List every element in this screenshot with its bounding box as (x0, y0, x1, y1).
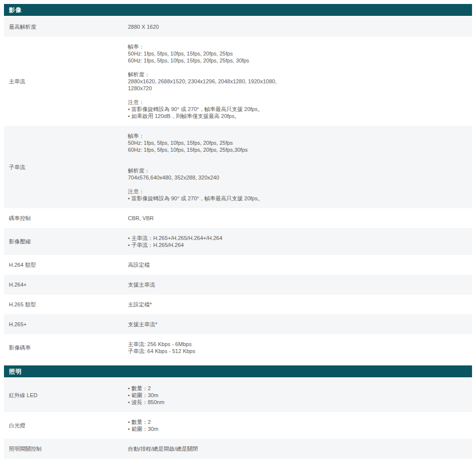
spec-value-line: 解析度： (128, 71, 467, 78)
spec-label: 主串流 (4, 37, 128, 126)
spec-value-line: 2880 X 1620 (128, 23, 467, 30)
spec-value-line: • 數量：2 (128, 418, 467, 425)
spec-value: 支援主串流 (128, 275, 472, 295)
spec-row: 紅外線 LED• 數量：2• 範圍：30m• 波長：850nm (4, 378, 472, 412)
spec-row: H.265 類型主設定檔* (4, 295, 472, 314)
value-group: • 數量：2• 範圍：30m (128, 418, 467, 432)
spec-value-line: 解析度： (128, 167, 467, 174)
spec-value-line: 50Hz: 1fps, 5fps, 10fps, 15fps, 20fps, 2… (128, 50, 467, 57)
spec-value-line: • 範圍：30m (128, 425, 467, 432)
spec-value-line: CBR, VBR (128, 215, 467, 222)
spec-row: H.265+支援主串流* (4, 314, 472, 334)
spec-label: H.264+ (4, 275, 128, 295)
spec-label: 碼率控制 (4, 208, 128, 228)
spec-value-line: 1280x720 (128, 85, 467, 92)
spec-value-line: • 主串流：H.265+/H.265/H.264+/H.264 (128, 235, 467, 241)
value-group: • 數量：2• 範圍：30m• 波長：850nm (128, 385, 467, 406)
spec-value-line: • 數量：2 (128, 385, 467, 392)
spec-value-line: • 當影像旋轉設為 90° 或 270°，幀率最高只支援 20fps。 (128, 106, 467, 113)
value-group: 主設定檔* (128, 301, 467, 308)
value-group: 注意：• 當影像旋轉設為 90° 或 270°，幀率最高只支援 20fps。 (128, 188, 467, 202)
spec-value-line: 60Hz: 1fps, 5fps, 10fps, 15fps, 20fps, 2… (128, 57, 467, 64)
spec-label: 子串流 (4, 126, 128, 208)
spec-label: H.265 類型 (4, 295, 128, 314)
spec-label: 白光燈 (4, 412, 128, 439)
spec-value-line: • 子串流：H.265/H.264 (128, 241, 467, 248)
spec-row: 白光燈• 數量：2• 範圍：30m (4, 412, 472, 439)
spec-label: 最高解析度 (4, 17, 128, 37)
spec-row: 主串流幀率：50Hz: 1fps, 5fps, 10fps, 15fps, 20… (4, 37, 472, 126)
section-header: 照明 (4, 365, 472, 377)
spec-value: 支援主串流* (128, 314, 472, 334)
spec-value: 幀率：50Hz: 1fps, 5fps, 10fps, 15fps, 20fps… (128, 37, 472, 126)
value-group: 自動/排程/總是開啟/總是關閉 (128, 445, 467, 452)
spec-row: 照明開關控制自動/排程/總是開啟/總是關閉 (4, 439, 472, 459)
value-group: 主串流: 256 Kbps - 6Mbps子串流: 64 Kbps - 512 … (128, 341, 467, 355)
spec-value: 主設定檔* (128, 295, 472, 314)
spec-value-line: 主串流: 256 Kbps - 6Mbps (128, 341, 467, 348)
value-group: • 主串流：H.265+/H.265/H.264+/H.264• 子串流：H.2… (128, 235, 467, 248)
spec-row: 影像壓縮• 主串流：H.265+/H.265/H.264+/H.264• 子串流… (4, 228, 472, 255)
spec-table: 影像最高解析度2880 X 1620主串流幀率：50Hz: 1fps, 5fps… (4, 4, 472, 459)
value-group: 解析度：2880x1620, 2688x1520, 2304x1296, 204… (128, 71, 467, 92)
spec-row: 最高解析度2880 X 1620 (4, 17, 472, 37)
value-group: 支援主串流 (128, 281, 467, 288)
spec-label: 照明開關控制 (4, 439, 128, 459)
spec-value: 2880 X 1620 (128, 17, 472, 37)
spec-value-line: • 波長：850nm (128, 399, 467, 406)
spec-row: H.264+支援主串流 (4, 275, 472, 295)
spec-section: 照明紅外線 LED• 數量：2• 範圍：30m• 波長：850nm白光燈• 數量… (4, 365, 472, 459)
spec-label: 紅外線 LED (4, 378, 128, 412)
spec-value-line: 幀率： (128, 43, 467, 50)
spec-section: 影像最高解析度2880 X 1620主串流幀率：50Hz: 1fps, 5fps… (4, 4, 472, 361)
value-group: 解析度：704x576,640x480, 352x288, 320x240 (128, 167, 467, 181)
spec-value-line: 60Hz: 1fps, 5fps, 10fps, 15fps, 20fps, 2… (128, 146, 467, 153)
spec-row: 影像碼率主串流: 256 Kbps - 6Mbps子串流: 64 Kbps - … (4, 334, 472, 361)
spec-value-line: 主設定檔* (128, 301, 467, 308)
spec-value-line: 子串流: 64 Kbps - 512 Kbps (128, 348, 467, 355)
value-group (128, 160, 467, 167)
value-group: 注意：• 當影像旋轉設為 90° 或 270°，幀率最高只支援 20fps。• … (128, 99, 467, 119)
spec-row: H.264 類型高設定檔 (4, 255, 472, 275)
value-group: 高設定檔 (128, 261, 467, 268)
spec-value: CBR, VBR (128, 208, 472, 228)
spec-value-line: 注意： (128, 188, 467, 195)
spec-page: 影像最高解析度2880 X 1620主串流幀率：50Hz: 1fps, 5fps… (0, 0, 476, 476)
value-group: CBR, VBR (128, 215, 467, 222)
spec-value-line: 注意： (128, 99, 467, 106)
spec-value: 幀率：50Hz: 1fps, 5fps, 10fps, 15fps, 20fps… (128, 126, 472, 208)
value-group: 幀率：50Hz: 1fps, 5fps, 10fps, 15fps, 20fps… (128, 43, 467, 64)
spec-row: 子串流幀率：50Hz: 1fps, 5fps, 10fps, 15fps, 20… (4, 126, 472, 208)
spec-value-line: 2880x1620, 2688x1520, 2304x1296, 2048x12… (128, 78, 467, 85)
value-group: 支援主串流* (128, 321, 467, 328)
spec-value: 主串流: 256 Kbps - 6Mbps子串流: 64 Kbps - 512 … (128, 334, 472, 361)
spec-value: 自動/排程/總是開啟/總是關閉 (128, 439, 472, 459)
spec-value-line: • 當影像旋轉設為 90° 或 270°，幀率最高只支援 20fps。 (128, 195, 467, 202)
spec-label: H.265+ (4, 314, 128, 334)
spec-value: 高設定檔 (128, 255, 472, 275)
spec-value-line: • 範圍：30m (128, 392, 467, 399)
spec-value-line: 幀率： (128, 132, 467, 139)
spec-value-line: 支援主串流 (128, 281, 467, 288)
spec-value-line: 704x576,640x480, 352x288, 320x240 (128, 174, 467, 181)
section-header: 影像 (4, 4, 472, 16)
spec-label: 影像碼率 (4, 334, 128, 361)
value-group: 2880 X 1620 (128, 23, 467, 30)
spec-label: 影像壓縮 (4, 228, 128, 255)
spec-value-line: 高設定檔 (128, 261, 467, 268)
spec-value: • 數量：2• 範圍：30m• 波長：850nm (128, 378, 472, 412)
spec-value-line: 50Hz: 1fps, 5fps, 10fps, 15fps, 20fps, 2… (128, 139, 467, 146)
spec-value: • 數量：2• 範圍：30m (128, 412, 472, 439)
spec-value-line: • 如果啟用 120dB，則幀率僅支援最高 20fps。 (128, 113, 467, 119)
spec-value-line: 支援主串流* (128, 321, 467, 328)
spec-value: • 主串流：H.265+/H.265/H.264+/H.264• 子串流：H.2… (128, 228, 472, 255)
spec-label: H.264 類型 (4, 255, 128, 275)
spec-value-line: 自動/排程/總是開啟/總是關閉 (128, 445, 467, 452)
spec-row: 碼率控制CBR, VBR (4, 208, 472, 228)
value-group: 幀率：50Hz: 1fps, 5fps, 10fps, 15fps, 20fps… (128, 132, 467, 153)
